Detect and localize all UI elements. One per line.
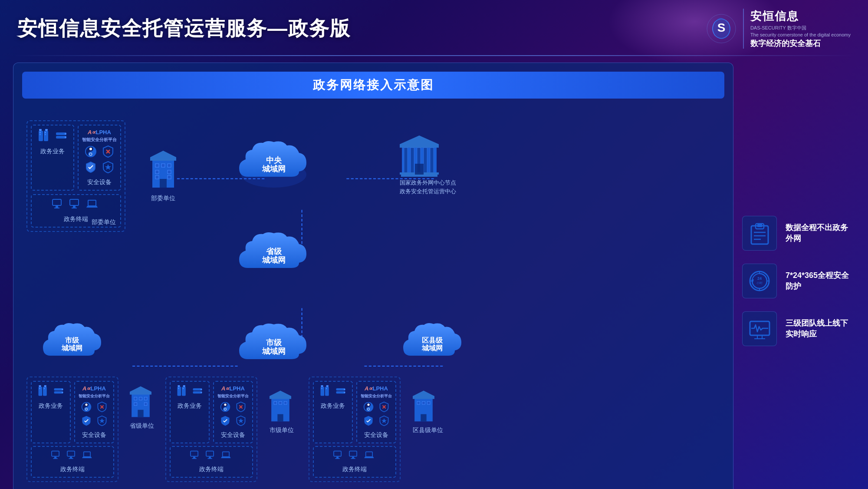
svg-rect-36 xyxy=(168,164,171,167)
gov-business-box-province: 政务业务 xyxy=(31,381,71,443)
legend-panel: 数据全程不出政务外网 24 小时 xyxy=(742,63,855,489)
monitor-pulse-icon xyxy=(748,317,772,341)
svg-rect-148 xyxy=(352,457,354,458)
svg-rect-147 xyxy=(349,451,357,456)
svg-text:市级: 市级 xyxy=(266,338,282,347)
gov-business-label-district: 政务业务 xyxy=(321,402,345,410)
svg-rect-68 xyxy=(43,387,47,396)
cyber-icon-province xyxy=(81,401,92,413)
city-cloud-center-icon: 市级 城域网 xyxy=(235,320,313,372)
alpha-icons-province-1 xyxy=(81,401,108,413)
province-server-icons xyxy=(37,385,65,397)
gov-terminal-icons xyxy=(52,198,100,211)
province-terminal-icons xyxy=(51,450,94,461)
city-terminal-icons xyxy=(190,450,233,461)
svg-point-140 xyxy=(367,408,369,410)
svg-point-22 xyxy=(89,153,92,155)
gov-business-box-city: 政务业务 xyxy=(170,381,210,443)
district-server-icons xyxy=(319,385,347,397)
gov-terminal-box-province: 政务终端 xyxy=(31,446,114,478)
svg-rect-87 xyxy=(69,458,73,459)
city-unit-label: 市级单位 xyxy=(270,426,294,434)
svg-rect-53 xyxy=(430,148,434,175)
svg-point-78 xyxy=(85,408,87,410)
shield-star-icon-province xyxy=(96,415,108,426)
svg-rect-48 xyxy=(400,144,439,148)
laptop-icon-province xyxy=(82,450,94,461)
svg-rect-160 xyxy=(757,224,762,227)
district-group: 政务业务 A∝LPHA 智能安全分析平台 xyxy=(309,377,401,482)
cyber-icon-1 xyxy=(84,145,97,158)
svg-rect-66 xyxy=(39,387,43,396)
svg-rect-67 xyxy=(39,388,40,389)
svg-rect-150 xyxy=(366,452,372,457)
shield-icon-province xyxy=(81,415,92,426)
desktop-icon-city-2 xyxy=(205,450,217,461)
svg-text:S: S xyxy=(717,21,726,34)
security-equipment-label-city: 安全设备 xyxy=(221,431,245,439)
svg-rect-129 xyxy=(321,388,322,389)
laptop-icon-1 xyxy=(86,198,100,211)
svg-text:区县级: 区县级 xyxy=(422,337,443,344)
ministry-left-group: 政务业务 A∝LPHA 智能安全分析平台 xyxy=(26,120,125,232)
shield-x-icon-1 xyxy=(102,145,115,158)
svg-text:城域网: 城域网 xyxy=(61,344,82,352)
gov-business-label-city: 政务业务 xyxy=(178,402,202,410)
province-cloud-icon: 省级 城域网 xyxy=(235,229,313,281)
city-cloud-left-node: 市级 城域网 xyxy=(39,320,109,368)
company-sub2: The security cornerstone of the digital … xyxy=(750,32,851,37)
svg-rect-69 xyxy=(44,388,45,389)
svg-marker-127 xyxy=(270,391,291,396)
national-center-node: 国家政务外网中心节点 政务安全托管运营中心 xyxy=(400,133,456,195)
svg-text:市级: 市级 xyxy=(65,336,79,344)
clock-247-icon: 24 小时 xyxy=(748,269,772,293)
company-name: 安恒信息 xyxy=(750,9,851,24)
svg-rect-86 xyxy=(70,457,72,458)
district-terminal-icons xyxy=(333,450,376,461)
district-cloud-node: 区县级 城域网 xyxy=(400,320,469,368)
alpha-icons-district-2 xyxy=(363,415,390,426)
svg-rect-29 xyxy=(70,199,79,205)
shield-icon-city xyxy=(220,415,231,426)
logo-area: S 安恒信息 DAS-SECURITY 数字中国 The security co… xyxy=(706,9,851,49)
svg-rect-114 xyxy=(191,451,198,456)
gov-business-icons xyxy=(37,129,68,143)
national-building-icon xyxy=(400,133,439,177)
svg-rect-155 xyxy=(421,414,426,422)
svg-rect-91 xyxy=(139,397,142,400)
svg-rect-152 xyxy=(417,402,420,405)
page-title: 安恒信息安全托管运营服务—政务版 xyxy=(17,15,351,42)
alpha-title-city: A∝LPHA 智能安全分析平台 xyxy=(217,385,249,399)
svg-point-107 xyxy=(201,392,202,393)
city-group: 政务业务 A∝LPHA 智能安全分析平台 xyxy=(165,377,257,482)
svg-rect-9 xyxy=(39,132,41,133)
gov-business-box-district: 政务业务 xyxy=(313,381,353,443)
svg-rect-83 xyxy=(54,457,56,458)
svg-marker-97 xyxy=(130,387,151,392)
building-icon-district xyxy=(413,390,434,424)
gov-terminal-box-city: 政务终端 xyxy=(170,446,253,478)
svg-rect-146 xyxy=(335,458,339,459)
gov-business-box-top: 政务业务 xyxy=(31,125,74,191)
svg-point-137 xyxy=(344,392,345,393)
alpha-icons-province-2 xyxy=(81,415,108,426)
svg-marker-41 xyxy=(150,151,176,157)
svg-rect-100 xyxy=(182,387,186,396)
central-cloud-icon: 中央 城域网 xyxy=(235,138,313,190)
svg-rect-125 xyxy=(277,414,283,422)
svg-rect-40 xyxy=(150,157,176,161)
svg-rect-124 xyxy=(284,402,287,405)
svg-marker-56 xyxy=(400,135,439,144)
cyber-icon-city xyxy=(220,401,231,413)
server-icon-city-1 xyxy=(176,385,188,397)
svg-rect-126 xyxy=(270,396,291,399)
svg-marker-81 xyxy=(99,418,105,423)
diagram-container: 政务网络接入示意图 xyxy=(13,63,733,489)
svg-point-18 xyxy=(65,133,66,135)
diagram-title: 政务网络接入示意图 xyxy=(22,72,724,99)
desktop-icon-1 xyxy=(52,198,66,211)
city-cloud-left-icon: 市级 城域网 xyxy=(39,320,109,368)
server-icon-province-2 xyxy=(53,385,65,397)
shield-icon-district xyxy=(363,415,374,426)
desktop-icon-province-2 xyxy=(66,450,79,461)
